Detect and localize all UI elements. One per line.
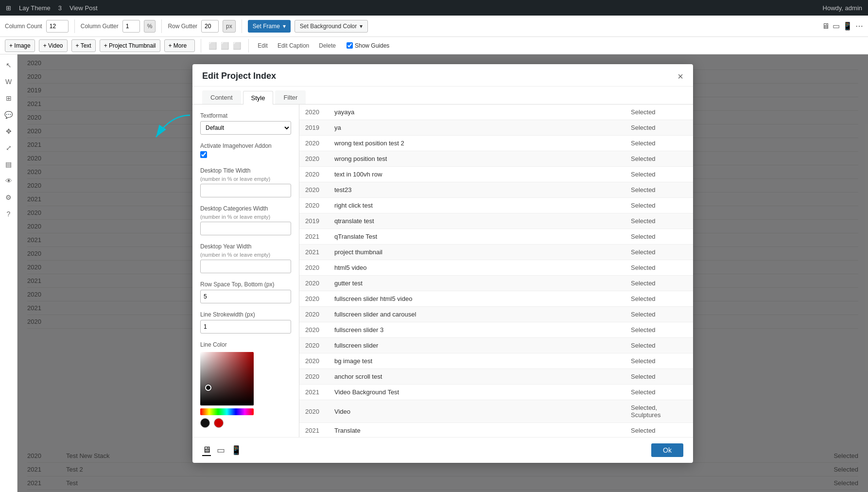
project-row[interactable]: 2020 gutter test Selected	[299, 276, 693, 291]
desktop-categories-input[interactable]	[200, 222, 291, 235]
project-title: qTranslate Test	[329, 229, 625, 245]
set-bg-color-button[interactable]: Set Background Color	[295, 20, 368, 33]
sidebar-icon-layers[interactable]: ▤	[2, 158, 16, 171]
project-row[interactable]: 2021 Translate Selected	[299, 423, 693, 438]
project-status: Selected	[625, 276, 693, 291]
project-row[interactable]: 2021 qTranslate Test Selected	[299, 229, 693, 245]
project-row[interactable]: 2021 Video Background Test Selected	[299, 385, 693, 400]
toolbar-row2: + Image + Video + Text + Project Thumbna…	[0, 37, 868, 54]
color-spectrum-bar[interactable]	[200, 408, 254, 415]
separator4	[201, 39, 201, 53]
tab-filter[interactable]: Filter	[275, 90, 306, 104]
line-strokewidth-input[interactable]	[200, 320, 291, 334]
sidebar-icon-cursor[interactable]: ✥	[2, 124, 16, 138]
tablet-icon[interactable]: ▭	[833, 21, 840, 31]
sidebar-icon-wordpress[interactable]: W	[2, 75, 16, 88]
column-gutter-input[interactable]	[122, 20, 140, 33]
project-year: 2021	[299, 245, 329, 260]
project-status: Selected	[625, 229, 693, 245]
project-year: 2021	[299, 229, 329, 245]
tab-style[interactable]: Style	[243, 91, 274, 105]
project-row[interactable]: 2021 project thumbnail Selected	[299, 245, 693, 260]
desktop-categories-sublabel: (number in % or leave empty)	[200, 214, 291, 220]
modal-footer: 🖥 ▭ 📱 Ok	[192, 437, 693, 463]
project-status: Selected	[625, 369, 693, 385]
project-row[interactable]: 2020 html5 video Selected	[299, 260, 693, 276]
modal-close-button[interactable]: ×	[677, 71, 683, 81]
project-row[interactable]: 2020 wrong text position test 2 Selected	[299, 136, 693, 151]
desktop-icon[interactable]: 🖥	[822, 22, 830, 31]
line-color-label: Line Color	[200, 341, 291, 348]
sidebar-icon-grid[interactable]: ⊞	[2, 91, 16, 105]
project-row[interactable]: 2020 anchor scroll test Selected	[299, 369, 693, 385]
sidebar-icon-question[interactable]: ?	[2, 207, 16, 221]
column-count-input[interactable]	[46, 20, 69, 33]
align-left-icon[interactable]: ⬜	[207, 41, 218, 51]
color-picker[interactable]	[200, 352, 291, 428]
project-row[interactable]: 2020 yayaya Selected	[299, 105, 693, 120]
view-post-link[interactable]: View Post	[69, 4, 98, 12]
edit-caption-button[interactable]: Edit Caption	[275, 41, 312, 51]
project-row[interactable]: 2020 fullscreen slider and carousel Sele…	[299, 307, 693, 322]
sidebar-icon-pointer[interactable]: ↖	[2, 58, 16, 72]
project-status: Selected	[625, 353, 693, 369]
desktop-year-input[interactable]	[200, 260, 291, 273]
color-gradient-box[interactable]	[200, 352, 254, 405]
edit-button[interactable]: Edit	[255, 41, 271, 51]
align-right-icon[interactable]: ⬜	[231, 41, 243, 51]
site-name[interactable]: Lay Theme	[19, 4, 51, 12]
updates-badge[interactable]: 3	[58, 4, 62, 12]
footer-desktop-icon[interactable]: 🖥	[202, 445, 211, 456]
delete-button[interactable]: Delete	[316, 41, 339, 51]
project-row[interactable]: 2020 test23 Selected	[299, 182, 693, 198]
sidebar-icon-chat[interactable]: 💬	[2, 108, 16, 122]
add-text-button[interactable]: + Text	[71, 39, 96, 52]
footer-tablet-icon[interactable]: ▭	[217, 445, 225, 456]
add-project-thumbnail-button[interactable]: + Project Thumbnail	[100, 39, 160, 52]
sidebar-icon-move[interactable]: ⤢	[2, 141, 16, 155]
project-row[interactable]: 2020 text in 100vh row Selected	[299, 167, 693, 182]
add-image-button[interactable]: + Image	[5, 39, 35, 52]
align-icons-group: ⬜ ⬜ ⬜	[207, 41, 243, 51]
project-row[interactable]: 2020 right click test Selected	[299, 198, 693, 213]
textformat-select[interactable]: Default Custom	[200, 121, 291, 135]
project-row[interactable]: 2020 bg image test Selected	[299, 353, 693, 369]
project-row[interactable]: 2019 qtranslate test Selected	[299, 213, 693, 229]
row-space-input[interactable]	[200, 290, 291, 303]
add-video-button[interactable]: + Video	[39, 39, 68, 52]
color-swatch-alt[interactable]	[214, 418, 224, 428]
desktop-categories-label: Desktop Categories Width	[200, 205, 291, 212]
add-more-button[interactable]: + More	[164, 39, 195, 52]
tab-content[interactable]: Content	[202, 90, 241, 104]
style-panel: Textformat Default Custom Activate Image…	[192, 105, 299, 437]
project-row[interactable]: 2020 fullscreen slider 3 Selected	[299, 322, 693, 338]
align-center-icon[interactable]: ⬜	[219, 41, 230, 51]
project-row[interactable]: 2020 wrong position test Selected	[299, 151, 693, 167]
project-row[interactable]: 2019 ya Selected	[299, 120, 693, 136]
color-swatch-selected[interactable]	[200, 418, 210, 428]
footer-mobile-icon[interactable]: 📱	[231, 445, 242, 456]
sidebar-icon-eye[interactable]: 👁	[2, 174, 16, 188]
project-row[interactable]: 2020 Video Selected, Sculptures	[299, 400, 693, 423]
project-row[interactable]: 2020 fullscreen slider html5 video Selec…	[299, 291, 693, 307]
project-title: project thumbnail	[329, 245, 625, 260]
project-year: 2019	[299, 213, 329, 229]
project-year: 2020	[299, 151, 329, 167]
column-count-label: Column Count	[5, 23, 42, 30]
project-year: 2019	[299, 120, 329, 136]
show-guides-checkbox[interactable]	[347, 42, 353, 49]
desktop-title-input[interactable]	[200, 184, 291, 197]
sidebar-icon-gear[interactable]: ⚙	[2, 191, 16, 204]
project-row[interactable]: 2020 fullscreen slider Selected	[299, 338, 693, 353]
color-picker-handle[interactable]	[205, 385, 211, 391]
set-frame-button[interactable]: Set Frame	[248, 20, 291, 33]
project-title: gutter test	[329, 276, 625, 291]
ok-button[interactable]: Ok	[651, 443, 683, 457]
show-guides-toggle[interactable]: Show Guides	[347, 42, 389, 49]
imagehover-checkbox[interactable]	[200, 151, 207, 158]
project-year: 2020	[299, 322, 329, 338]
more-options-icon[interactable]: ⋯	[855, 21, 863, 31]
row-gutter-input[interactable]	[201, 20, 219, 33]
project-status: Selected	[625, 322, 693, 338]
mobile-icon[interactable]: 📱	[843, 21, 852, 31]
